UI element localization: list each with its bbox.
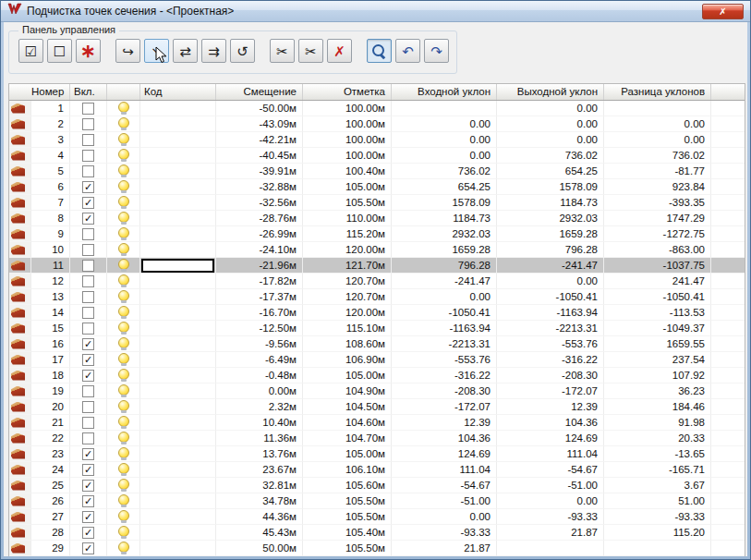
restore-point-button[interactable]: ↺ — [230, 39, 255, 63]
table-row[interactable]: 190.00м104.90м-208.30-172.0736.23 — [9, 383, 745, 399]
column-header-3[interactable]: Код — [140, 84, 216, 100]
table-row[interactable]: 5-39.91м100.40м736.02654.25-81.77 — [9, 164, 745, 179]
column-header-7[interactable]: Выходной уклон — [497, 84, 604, 100]
row-checkbox[interactable] — [82, 385, 94, 397]
lamp-icon[interactable] — [118, 243, 129, 256]
table-row[interactable]: 18✓-0.48м105.00м-316.22-208.30107.92 — [9, 368, 745, 383]
table-row[interactable]: 13-17.37м120.70м0.00-1050.41-1050.41 — [9, 289, 745, 305]
lamp-icon[interactable] — [118, 149, 129, 162]
row-checkbox[interactable]: ✓ — [82, 511, 94, 523]
mark-asterisk-button[interactable]: ∗ — [76, 39, 101, 63]
row-checkbox[interactable] — [82, 165, 94, 177]
lamp-icon[interactable] — [118, 494, 129, 507]
table-row[interactable]: 24✓23.67м106.10м111.04-54.67-165.71 — [9, 462, 745, 478]
lamp-icon[interactable] — [118, 416, 129, 429]
table-row[interactable]: 15-12.50м115.10м-1163.94-2213.31-1049.37 — [9, 321, 745, 336]
row-checkbox[interactable] — [82, 260, 94, 272]
table-row[interactable]: 1-50.00м100.00м0.00 — [9, 101, 745, 116]
row-checkbox[interactable] — [82, 118, 94, 130]
lamp-icon[interactable] — [118, 196, 129, 209]
row-checkbox[interactable] — [82, 150, 94, 162]
table-row[interactable]: 11-21.96м121.70м796.28-241.47-1037.75 — [9, 258, 745, 274]
check-off-button[interactable]: ☐ — [47, 39, 72, 63]
row-checkbox[interactable]: ✓ — [82, 354, 94, 366]
check-on-button[interactable]: ☑ — [18, 39, 43, 63]
table-row[interactable]: 4-40.45м100.00м0.00736.02736.02 — [9, 148, 745, 164]
lamp-icon[interactable] — [118, 259, 129, 272]
table-row[interactable]: 29✓50.00м105.50м21.87 — [9, 541, 745, 556]
column-header-5[interactable]: Отметка — [303, 84, 392, 100]
table-row[interactable]: 23✓13.76м105.00м124.69111.04-13.65 — [9, 446, 745, 462]
zoom-button[interactable] — [367, 39, 392, 63]
column-header-empty-9[interactable] — [711, 84, 745, 100]
row-checkbox[interactable] — [82, 401, 94, 413]
lamp-icon[interactable] — [118, 227, 129, 240]
row-checkbox[interactable] — [82, 244, 94, 256]
row-checkbox[interactable] — [82, 307, 94, 319]
row-checkbox[interactable]: ✓ — [82, 480, 94, 492]
table-row[interactable]: 26✓34.78м105.50м-51.000.0051.00 — [9, 493, 745, 509]
lamp-icon[interactable] — [118, 306, 129, 319]
row-checkbox[interactable]: ✓ — [82, 181, 94, 193]
redo-button[interactable]: ↷ — [424, 39, 449, 63]
undo-button[interactable]: ↶ — [395, 39, 420, 63]
row-checkbox[interactable]: ✓ — [82, 527, 94, 539]
table-row[interactable]: 16✓-9.56м108.60м-2213.31-553.761659.55 — [9, 336, 745, 352]
cut-after-button[interactable]: ✂ — [298, 39, 323, 63]
table-row[interactable]: 9-26.99м115.20м2932.031659.28-1272.75 — [9, 226, 745, 242]
table-row[interactable]: 6✓-32.88м105.00м654.251578.09923.84 — [9, 179, 745, 195]
row-checkbox[interactable] — [82, 275, 94, 287]
row-checkbox[interactable] — [82, 291, 94, 303]
row-checkbox[interactable] — [82, 103, 94, 115]
table-row[interactable]: 10-24.10м120.00м1659.28796.28-863.00 — [9, 242, 745, 258]
row-checkbox[interactable] — [82, 432, 94, 444]
table-row[interactable]: 2110.40м104.60м12.39104.3691.98 — [9, 415, 745, 431]
row-checkbox[interactable]: ✓ — [82, 448, 94, 460]
table-row[interactable]: 27✓44.36м105.50м0.00-93.33-93.33 — [9, 509, 745, 525]
column-header-1[interactable]: Вкл. — [70, 84, 107, 100]
lamp-icon[interactable] — [118, 432, 129, 444]
cut-before-button[interactable]: ✂ — [270, 39, 295, 63]
column-header-0[interactable]: Номер — [9, 84, 70, 100]
propagate-slope-button[interactable]: ⇉ — [201, 39, 226, 63]
row-checkbox[interactable]: ✓ — [82, 464, 94, 476]
column-header-4[interactable]: Смещение — [216, 84, 303, 100]
delete-button[interactable]: ✗ — [327, 39, 352, 63]
lamp-icon[interactable] — [118, 384, 129, 397]
edit-point-button[interactable]: ↘ — [144, 39, 169, 63]
column-header-empty-2[interactable] — [107, 84, 140, 100]
table-row[interactable]: 14-16.70м120.00м-1050.41-1163.94-113.53 — [9, 305, 745, 321]
lamp-icon[interactable] — [118, 463, 129, 476]
lamp-icon[interactable] — [118, 164, 129, 177]
column-header-6[interactable]: Входной уклон — [392, 84, 497, 100]
lamp-icon[interactable] — [118, 274, 129, 287]
lamp-icon[interactable] — [118, 322, 129, 335]
table-row[interactable]: 28✓45.43м105.40м-93.3321.87115.20 — [9, 525, 745, 541]
lamp-icon[interactable] — [118, 369, 129, 382]
row-checkbox[interactable] — [82, 323, 94, 335]
swap-slope-button[interactable]: ⇄ — [173, 39, 198, 63]
lamp-icon[interactable] — [118, 337, 129, 350]
lamp-icon[interactable] — [118, 180, 129, 193]
lamp-icon[interactable] — [118, 510, 129, 523]
lamp-icon[interactable] — [118, 526, 129, 539]
lamp-icon[interactable] — [118, 117, 129, 130]
lamp-icon[interactable] — [118, 133, 129, 146]
row-checkbox[interactable]: ✓ — [82, 495, 94, 507]
lamp-icon[interactable] — [118, 479, 129, 492]
code-editor-input[interactable] — [141, 259, 214, 273]
table-row[interactable]: 25✓32.81м105.60м-54.67-51.003.67 — [9, 478, 745, 493]
lamp-icon[interactable] — [118, 102, 129, 115]
row-checkbox[interactable]: ✓ — [82, 197, 94, 209]
table-row[interactable]: 8✓-28.76м110.00м1184.732932.031747.29 — [9, 211, 745, 226]
row-checkbox[interactable] — [82, 134, 94, 146]
row-checkbox[interactable]: ✓ — [82, 338, 94, 350]
table-row[interactable]: 202.32м104.50м-172.0712.39184.46 — [9, 399, 745, 415]
lamp-icon[interactable] — [118, 447, 129, 460]
row-checkbox[interactable]: ✓ — [82, 213, 94, 225]
move-point-button[interactable]: ↪ — [115, 39, 140, 63]
lamp-icon[interactable] — [118, 353, 129, 366]
table-row[interactable]: 12-17.82м120.70м-241.470.00241.47 — [9, 274, 745, 289]
column-header-8[interactable]: Разница уклонов — [604, 84, 711, 100]
lamp-icon[interactable] — [118, 212, 129, 225]
